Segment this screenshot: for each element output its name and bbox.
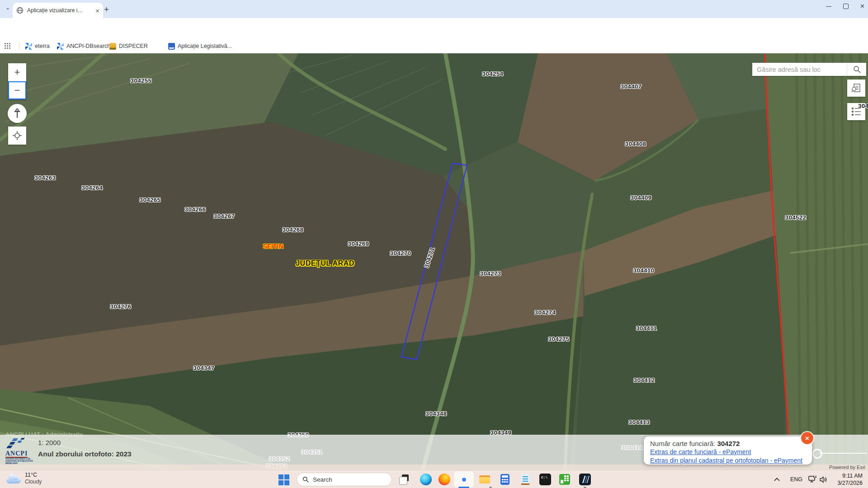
media-app-icon[interactable] bbox=[579, 474, 591, 485]
notepad-icon[interactable] bbox=[519, 474, 531, 485]
taskbar-search[interactable]: Search bbox=[297, 473, 392, 486]
tray-chevron-up-icon[interactable] bbox=[774, 470, 780, 488]
search-icon bbox=[853, 66, 861, 73]
parcel-label: 304254 bbox=[482, 70, 504, 77]
bookmark-label: ANCPI-DBsearch bbox=[66, 43, 110, 49]
globe-favicon-icon bbox=[16, 7, 24, 14]
place-label-seitin: SEITIN bbox=[263, 243, 283, 250]
parcel-label: 304267 bbox=[214, 213, 235, 220]
taskbar-search-icon bbox=[302, 476, 309, 483]
cloudy-weather-icon bbox=[6, 478, 21, 483]
locate-crosshair-icon bbox=[13, 131, 22, 140]
libreoffice-calc-icon[interactable] bbox=[559, 474, 571, 485]
browser-toolbar: ← → geoportal.ancpi.ro/imobile.html bbox=[0, 18, 868, 39]
parcel-label: 304255 bbox=[131, 77, 152, 84]
tab-close-icon[interactable]: × bbox=[95, 7, 99, 14]
tab-search-chevron-icon[interactable]: ⌄ bbox=[5, 5, 10, 11]
apps-grid-icon[interactable] bbox=[5, 42, 11, 51]
slider-track bbox=[819, 453, 867, 454]
parcel-label: 304270 bbox=[390, 250, 411, 257]
weather-temp: 11°C bbox=[25, 472, 42, 479]
firefox-icon[interactable] bbox=[439, 474, 450, 485]
parcel-label: 304269 bbox=[348, 240, 369, 247]
window-maximize-button[interactable] bbox=[843, 4, 849, 9]
extras-carte-funciara-link[interactable]: Extras de carte funciară - ePayment bbox=[650, 448, 806, 456]
parcel-info-popup: Număr carte funciară: 304272 Extras de c… bbox=[644, 436, 812, 465]
powered-by-esri: Powered by Esri bbox=[829, 465, 865, 470]
parcel-label: 304412 bbox=[634, 377, 655, 384]
parcel-label: 304407 bbox=[621, 83, 642, 90]
map-scale: 1: 2000 bbox=[38, 439, 61, 446]
locate-button[interactable] bbox=[8, 127, 26, 145]
speaker-icon[interactable] bbox=[820, 470, 827, 488]
parcel-label: 304408 bbox=[625, 141, 646, 147]
edge-icon[interactable] bbox=[420, 474, 432, 485]
map-search-box[interactable] bbox=[752, 63, 866, 76]
parcel-label: 304347 bbox=[193, 365, 215, 371]
network-icon[interactable] bbox=[808, 470, 816, 488]
parcel-label: 304413 bbox=[629, 419, 650, 426]
bookmarks-divider bbox=[19, 42, 19, 50]
windows-taskbar: 11°C Cloudy Search C:\ bbox=[0, 470, 868, 488]
eterra-pinwheel-icon bbox=[25, 43, 32, 50]
popup-title: Număr carte funciară: 304272 bbox=[650, 439, 806, 448]
parcel-label: 304263 bbox=[35, 174, 56, 181]
tab-title: Aplicație vizualizare imobile bbox=[27, 7, 86, 14]
satellite-basemap bbox=[0, 53, 868, 470]
bookmark-label: Aplicație Legislativă... bbox=[178, 43, 232, 49]
start-button[interactable] bbox=[278, 474, 289, 485]
parcel-label: 304348 bbox=[426, 410, 447, 417]
extras-plan-cadastral-link[interactable]: Extras din planul cadastral pe ortofotop… bbox=[650, 456, 806, 465]
taskbar-weather-widget[interactable]: 11°C Cloudy bbox=[6, 472, 42, 485]
slider-knob[interactable] bbox=[812, 449, 822, 459]
language-indicator[interactable]: ENG bbox=[790, 470, 802, 488]
ancpi-logo: ANCPI AGENȚIA NAȚIONALĂ DE CADASTRU ȘI P… bbox=[5, 437, 40, 465]
document-search-icon bbox=[851, 83, 861, 93]
ancpi-pinwheel-icon bbox=[57, 43, 64, 50]
bookmark-aplicatie-legislativa[interactable]: Aplicație Legislativă... bbox=[168, 42, 232, 51]
parcel-label: 304266 bbox=[185, 206, 206, 213]
popup-close-button[interactable]: × bbox=[801, 432, 813, 444]
window-minimize-button[interactable] bbox=[826, 6, 831, 7]
bookmark-label: DISPECER bbox=[119, 43, 148, 49]
window-close-button[interactable]: × bbox=[860, 4, 864, 9]
parcel-label: 304275 bbox=[548, 336, 570, 343]
legislativa-icon bbox=[168, 43, 175, 50]
clock-date: 3/27/2026 bbox=[837, 479, 863, 487]
parcel-label: 304273 bbox=[480, 270, 501, 277]
new-tab-button[interactable]: + bbox=[104, 5, 109, 14]
parcel-label: 304268 bbox=[283, 226, 304, 233]
bookmark-dispecer[interactable]: DISPECER bbox=[109, 42, 148, 51]
parcel-label: 304410 bbox=[633, 267, 655, 274]
search-button[interactable] bbox=[847, 63, 866, 76]
zoom-in-button[interactable]: + bbox=[8, 63, 26, 81]
calculator-icon[interactable] bbox=[499, 474, 511, 485]
ancpi-logo-icon bbox=[5, 437, 25, 449]
bookmark-ancpi-dbsearch[interactable]: ANCPI-DBsearch bbox=[57, 42, 110, 51]
tab-strip: ⌄ Aplicație vizualizare imobile × + × bbox=[0, 0, 868, 18]
browser-tab[interactable]: Aplicație vizualizare imobile × bbox=[13, 3, 103, 18]
bookmarks-bar: eterra ANCPI-DBsearch DISPECER Aplicație… bbox=[0, 39, 868, 54]
carte-funciara-number: 304272 bbox=[717, 440, 740, 447]
clock-time: 9:11 AM bbox=[837, 472, 863, 479]
parcel-label: 304274 bbox=[535, 309, 556, 316]
parcel-label-partial: 304 bbox=[858, 103, 868, 109]
place-label-judetul-arad: JUDEŢUL ARAD bbox=[296, 259, 354, 267]
compass-north-button[interactable] bbox=[8, 104, 27, 123]
map-canvas[interactable]: 3042553042543044073044083044093045223044… bbox=[0, 53, 868, 470]
parcel-label: 304411 bbox=[636, 325, 657, 332]
esri-attribution-strip: Powered by Esri bbox=[0, 465, 868, 470]
dispecer-icon bbox=[109, 43, 116, 50]
zoom-out-button[interactable]: − bbox=[8, 81, 26, 99]
parcel-label: 304276 bbox=[110, 303, 132, 310]
parcel-label: 304264 bbox=[82, 184, 103, 191]
bookmark-label: eterra bbox=[35, 43, 50, 49]
bookmark-eterra[interactable]: eterra bbox=[25, 42, 50, 51]
north-arrow-icon bbox=[13, 108, 22, 118]
parcel-label: 304265 bbox=[140, 197, 161, 203]
map-search-input[interactable] bbox=[752, 66, 847, 73]
terminal-icon[interactable]: C:\ bbox=[539, 474, 551, 485]
identify-tool-button[interactable] bbox=[847, 80, 865, 97]
taskbar-clock[interactable]: 9:11 AM 3/27/2026 bbox=[837, 472, 863, 487]
ortho-year: Anul zborului ortofoto: 2023 bbox=[38, 450, 132, 458]
